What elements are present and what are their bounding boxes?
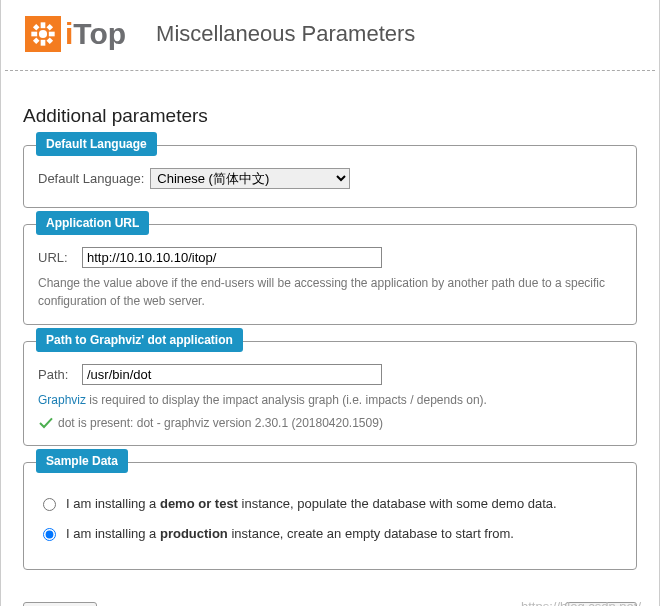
graphviz-check-text: dot is present: dot - graphviz version 2… bbox=[58, 416, 383, 430]
graphviz-path-input[interactable] bbox=[82, 364, 382, 385]
default-language-select[interactable]: Chinese (简体中文) bbox=[150, 168, 350, 189]
svg-rect-6 bbox=[33, 37, 40, 44]
graphviz-box: Path to Graphviz' dot application Path: … bbox=[23, 341, 637, 446]
default-language-legend: Default Language bbox=[36, 132, 157, 156]
svg-rect-5 bbox=[46, 24, 53, 31]
graphviz-path-label: Path: bbox=[38, 367, 76, 382]
sample-data-production-label: I am installing a production instance, c… bbox=[66, 526, 514, 541]
page-title: Miscellaneous Parameters bbox=[156, 21, 415, 47]
back-button[interactable]: << Back bbox=[23, 602, 97, 606]
svg-rect-2 bbox=[31, 32, 37, 37]
graphviz-legend: Path to Graphviz' dot application bbox=[36, 328, 243, 352]
url-label: URL: bbox=[38, 250, 76, 265]
graphviz-hint: Graphviz is required to display the impa… bbox=[38, 391, 622, 409]
svg-point-8 bbox=[39, 30, 47, 38]
footer: << Back Next >> bbox=[1, 596, 659, 606]
sample-data-production-radio[interactable] bbox=[43, 528, 56, 541]
default-language-box: Default Language Default Language: Chine… bbox=[23, 145, 637, 208]
svg-rect-3 bbox=[49, 32, 55, 37]
svg-rect-7 bbox=[46, 37, 53, 44]
svg-rect-0 bbox=[41, 22, 46, 28]
default-language-label: Default Language: bbox=[38, 171, 144, 186]
logo-icon bbox=[25, 16, 61, 52]
application-url-legend: Application URL bbox=[36, 211, 149, 235]
sample-data-legend: Sample Data bbox=[36, 449, 128, 473]
logo: iTop bbox=[25, 16, 126, 52]
svg-rect-4 bbox=[33, 24, 40, 31]
graphviz-check-row: dot is present: dot - graphviz version 2… bbox=[38, 415, 622, 431]
sample-data-demo-option[interactable]: I am installing a demo or test instance,… bbox=[38, 495, 622, 511]
logo-text-i: i bbox=[65, 19, 73, 49]
sample-data-production-option[interactable]: I am installing a production instance, c… bbox=[38, 525, 622, 541]
logo-text: iTop bbox=[65, 19, 126, 49]
checkmark-icon bbox=[38, 415, 54, 431]
svg-rect-1 bbox=[41, 40, 46, 46]
graphviz-link[interactable]: Graphviz bbox=[38, 393, 86, 407]
logo-text-top: Top bbox=[73, 19, 126, 49]
sample-data-box: Sample Data I am installing a demo or te… bbox=[23, 462, 637, 570]
application-url-box: Application URL URL: Change the value ab… bbox=[23, 224, 637, 325]
header: iTop Miscellaneous Parameters bbox=[5, 8, 655, 71]
graphviz-hint-text: is required to display the impact analys… bbox=[86, 393, 487, 407]
url-input[interactable] bbox=[82, 247, 382, 268]
url-hint: Change the value above if the end-users … bbox=[38, 274, 622, 310]
section-title: Additional parameters bbox=[23, 105, 637, 127]
sample-data-demo-radio[interactable] bbox=[43, 498, 56, 511]
next-button[interactable]: Next >> bbox=[565, 602, 637, 606]
sample-data-demo-label: I am installing a demo or test instance,… bbox=[66, 496, 557, 511]
